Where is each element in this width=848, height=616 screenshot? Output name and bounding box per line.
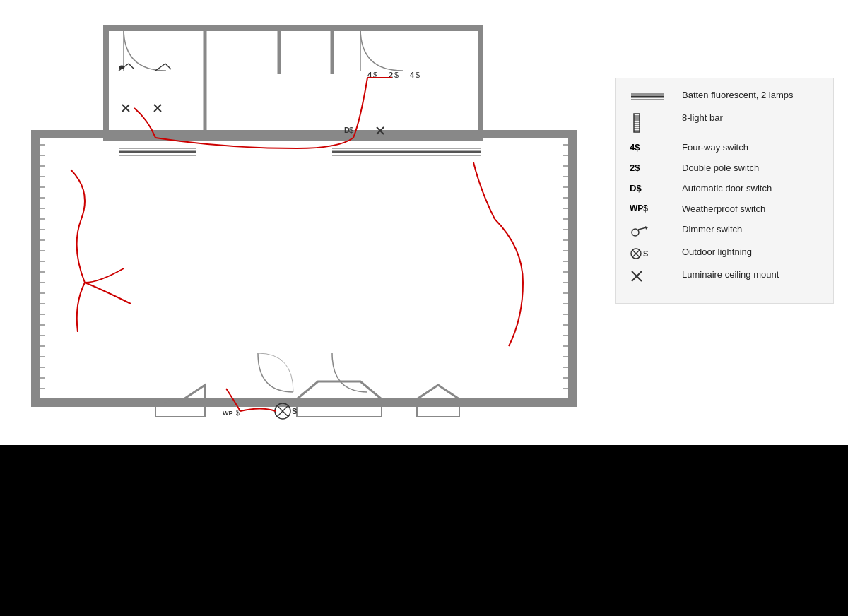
svg-text:S: S <box>643 249 648 258</box>
lightbar-symbol <box>630 112 672 134</box>
svg-line-65 <box>155 64 165 71</box>
svg-rect-90 <box>634 114 640 132</box>
dimmer-symbol <box>630 224 672 238</box>
doublepole-symbol: 2$ <box>630 162 672 173</box>
svg-line-100 <box>638 227 647 230</box>
fourway-label: Four-way switch <box>682 142 748 154</box>
svg-point-99 <box>632 229 639 236</box>
legend-panel: Batten fluorescent, 2 lamps 8-light bar <box>615 78 834 304</box>
legend-item-outdoor: S Outdoor lightning <box>630 247 819 261</box>
legend-item-autodoor: D$ Automatic door switch <box>630 183 819 195</box>
svg-marker-101 <box>645 226 648 230</box>
svg-text:$: $ <box>394 71 399 79</box>
outdoor-label: Outdoor lightning <box>682 247 752 259</box>
legend-item-luminaire: Luminaire ceiling mount <box>630 269 819 283</box>
svg-text:WP: WP <box>223 410 233 417</box>
legend-item-doublepole: 2$ Double pole switch <box>630 162 819 174</box>
svg-text:S: S <box>292 407 297 415</box>
batten-symbol <box>630 90 672 104</box>
autodoor-symbol: D$ <box>630 183 672 194</box>
legend-item-lightbar: 8-light bar <box>630 112 819 134</box>
luminaire-symbol <box>630 269 672 283</box>
lightbar-label: 8-light bar <box>682 112 723 124</box>
floorplan-svg: ⬬ 4 $ 2 $ 4 $ D $ <box>14 7 579 424</box>
weatherproof-symbol: WP$ <box>630 203 672 213</box>
svg-text:$: $ <box>349 126 353 134</box>
black-bar <box>0 445 848 616</box>
luminaire-label: Luminaire ceiling mount <box>682 269 779 281</box>
svg-line-64 <box>129 64 134 69</box>
fourway-symbol: 4$ <box>630 142 672 153</box>
weatherproof-label: Weatherproof switch <box>682 203 765 215</box>
batten-label: Batten fluorescent, 2 lamps <box>682 90 794 102</box>
legend-item-dimmer: Dimmer switch <box>630 224 819 238</box>
outdoor-symbol: S <box>630 247 672 261</box>
legend-item-batten: Batten fluorescent, 2 lamps <box>630 90 819 104</box>
svg-text:4: 4 <box>410 71 415 79</box>
svg-rect-49 <box>106 28 481 138</box>
svg-line-66 <box>165 64 171 69</box>
autodoor-label: Automatic door switch <box>682 183 772 195</box>
svg-text:$: $ <box>416 71 420 79</box>
legend-item-weatherproof: WP$ Weatherproof switch <box>630 203 819 215</box>
dimmer-label: Dimmer switch <box>682 224 742 236</box>
svg-rect-0 <box>35 134 572 403</box>
legend-item-fourway: 4$ Four-way switch <box>630 142 819 154</box>
doublepole-label: Double pole switch <box>682 162 759 174</box>
